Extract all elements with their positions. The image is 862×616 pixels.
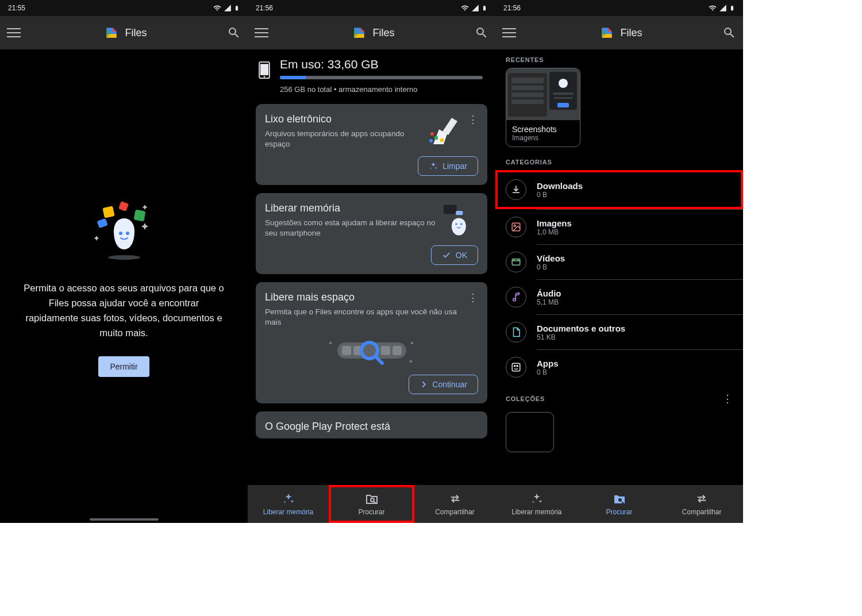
card-menu-icon[interactable]: ⋮ [468, 113, 478, 126]
menu-button[interactable] [502, 24, 519, 41]
menu-button[interactable] [255, 24, 272, 41]
recents-header: RECENTES [495, 49, 743, 68]
button-label: Continuar [432, 380, 467, 389]
status-bar: 21:56 [248, 0, 495, 16]
category-title: Áudio [537, 288, 733, 298]
allow-button[interactable]: Permitir [98, 356, 149, 377]
menu-button[interactable] [7, 24, 24, 41]
svg-rect-33 [554, 97, 572, 99]
panel-browse: 21:56 Files RECENTES Screenshots Imagens… [495, 0, 743, 523]
svg-rect-11 [440, 138, 444, 142]
collections-menu-icon[interactable]: ⋮ [722, 392, 733, 405]
card-desc: Permita que o Files encontre os apps que… [265, 307, 462, 328]
recent-screenshots[interactable]: Screenshots Imagens [506, 68, 580, 147]
sparkle-icon [429, 161, 438, 171]
battery-icon [482, 4, 487, 12]
status-time: 21:56 [256, 4, 273, 12]
svg-point-13 [429, 139, 433, 143]
category-audio[interactable]: Áudio5,1 MB [495, 280, 743, 314]
category-downloads[interactable]: Downloads0 B [498, 172, 740, 207]
files-logo-icon [352, 25, 367, 40]
svg-rect-29 [511, 99, 544, 104]
card-menu-icon[interactable]: ⋮ [468, 291, 478, 304]
nav-label: Procurar [606, 508, 633, 516]
panel-clean: 21:56 Files Em uso: 33,60 GB 256 GB no t… [248, 0, 495, 523]
category-title: Apps [537, 359, 733, 368]
category-images[interactable]: Imagens1,0 MB [495, 210, 743, 244]
nav-label: Compartilhar [435, 508, 475, 516]
category-size: 0 B [537, 191, 732, 199]
signal-icon [224, 4, 232, 12]
nav-clean[interactable]: Liberar memória [248, 485, 329, 523]
check-icon [442, 251, 451, 260]
battery-icon [234, 4, 240, 12]
nav-browse[interactable]: Procurar [578, 485, 661, 523]
svg-point-31 [559, 79, 568, 88]
broom-icon [426, 113, 462, 149]
bottom-nav: Liberar memória Procurar Compartilhar [248, 485, 495, 523]
continue-button[interactable]: Continuar [409, 375, 478, 394]
add-collection[interactable] [506, 412, 554, 452]
svg-rect-39 [512, 363, 520, 371]
nav-browse[interactable]: Procurar [329, 485, 414, 523]
chevron-right-icon [420, 380, 428, 388]
svg-point-16 [455, 223, 457, 225]
nav-share[interactable]: Compartilhar [414, 485, 495, 523]
card-title: Liberar memória [265, 202, 437, 214]
wifi-icon [461, 4, 469, 12]
category-documents[interactable]: Documentos e outros51 KB [495, 315, 743, 349]
svg-rect-34 [557, 103, 569, 107]
svg-point-0 [108, 255, 140, 260]
nav-share[interactable]: Compartilhar [660, 485, 743, 523]
gesture-handle [90, 518, 159, 521]
button-label: Limpar [442, 161, 467, 171]
category-title: Vídeos [537, 253, 733, 263]
clean-button[interactable]: Limpar [418, 156, 478, 176]
categories-header: CATEGORIAS [495, 152, 743, 170]
category-size: 1,0 MB [537, 228, 733, 236]
status-bar: 21:55 [0, 0, 248, 16]
search-icon[interactable] [722, 26, 736, 40]
category-videos[interactable]: Vídeos0 B [495, 245, 743, 279]
card-title: Lixo eletrônico [265, 113, 421, 125]
signal-icon [471, 4, 479, 12]
apps-search-illustration [265, 336, 478, 367]
swap-icon [695, 492, 708, 505]
category-apps[interactable]: Apps0 B [495, 350, 743, 384]
svg-point-17 [460, 223, 463, 225]
download-icon [511, 184, 521, 195]
recent-thumbnail [506, 68, 580, 120]
sparkle-icon [282, 492, 295, 505]
category-size: 51 KB [537, 333, 733, 341]
files-logo-icon [104, 25, 119, 40]
storage-used-text: Em uso: 33,60 GB [280, 57, 483, 71]
music-icon [511, 292, 521, 302]
nav-clean[interactable]: Liberar memória [495, 485, 578, 523]
svg-point-2 [126, 232, 129, 235]
app-bar: Files [248, 16, 495, 49]
ok-button[interactable]: OK [431, 245, 478, 265]
nav-label: Liberar memória [263, 508, 313, 516]
svg-rect-5 [133, 210, 145, 222]
status-icons [709, 4, 735, 12]
card-desc: Sugestões como esta ajudam a liberar esp… [265, 218, 437, 238]
search-icon[interactable] [475, 26, 488, 40]
battery-icon [729, 4, 735, 12]
svg-rect-32 [553, 93, 574, 95]
recent-title: Screenshots [512, 125, 574, 134]
search-icon[interactable] [227, 26, 241, 40]
storage-summary[interactable]: Em uso: 33,60 GB 256 GB no total • armaz… [248, 49, 495, 104]
card-desc: Arquivos temporários de apps ocupando es… [265, 129, 421, 149]
svg-rect-19 [342, 346, 351, 355]
video-icon [511, 257, 521, 267]
bottom-nav: Liberar memória Procurar Compartilhar [495, 485, 743, 523]
svg-rect-26 [511, 78, 544, 83]
category-size: 0 B [537, 368, 733, 376]
card-title: O Google Play Protect está [265, 421, 478, 433]
svg-rect-37 [512, 259, 520, 265]
button-label: OK [456, 251, 467, 260]
folder-search-icon [365, 492, 379, 505]
category-size: 5,1 MB [537, 298, 733, 306]
svg-rect-22 [392, 346, 402, 355]
svg-rect-10 [434, 136, 438, 140]
